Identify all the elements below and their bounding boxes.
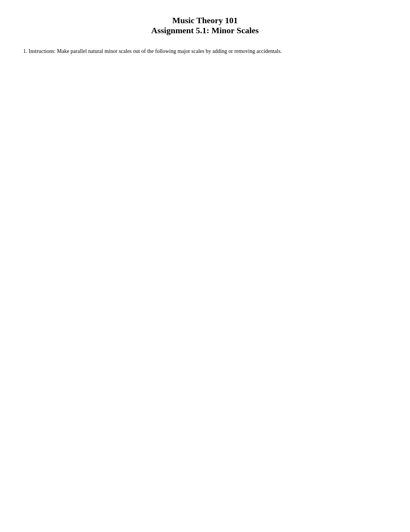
title-line1: Music Theory 101 <box>23 15 387 25</box>
instructions: 1. Instructions: Make parallel natural m… <box>23 47 387 55</box>
title-line2: Assignment 5.1: Minor Scales <box>23 25 387 36</box>
page-title: Music Theory 101 Assignment 5.1: Minor S… <box>23 15 387 36</box>
